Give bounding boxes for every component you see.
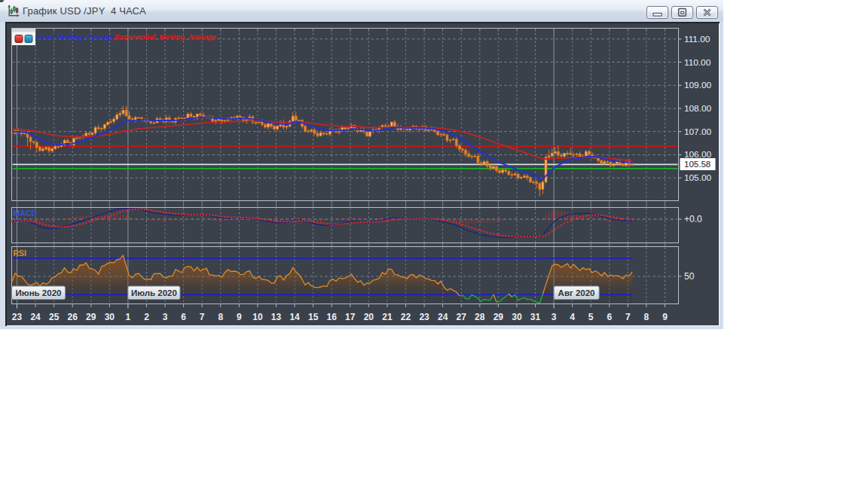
macd-signal-dot bbox=[283, 221, 284, 222]
macd-signal-dot bbox=[397, 218, 399, 220]
macd-signal-dot bbox=[286, 221, 287, 223]
current-price-label: 105.58 bbox=[684, 160, 711, 169]
candle bbox=[366, 132, 368, 136]
macd-signal-dot bbox=[456, 222, 457, 224]
candle bbox=[390, 122, 393, 126]
candle bbox=[607, 162, 609, 163]
macd-signal-dot bbox=[292, 221, 294, 222]
rsi-panel-title: RSI bbox=[14, 249, 27, 258]
macd-signal-dot bbox=[567, 221, 568, 222]
macd-signal-dot bbox=[252, 218, 253, 219]
candle bbox=[91, 133, 93, 135]
macd-signal-dot bbox=[375, 221, 377, 222]
candle bbox=[107, 122, 109, 124]
candle bbox=[427, 130, 429, 131]
candle bbox=[159, 119, 161, 120]
macd-signal-dot bbox=[576, 217, 577, 218]
candle bbox=[187, 114, 189, 118]
candle bbox=[66, 140, 69, 142]
macd-signal-dot bbox=[246, 217, 247, 218]
macd-signal-dot bbox=[607, 215, 608, 217]
macd-signal-dot bbox=[319, 222, 321, 224]
macd-signal-dot bbox=[20, 220, 22, 221]
macd-signal-dot bbox=[453, 221, 454, 223]
macd-signal-dot bbox=[261, 218, 263, 220]
day-label: 24 bbox=[30, 312, 41, 322]
candle bbox=[585, 151, 587, 157]
macd-signal-dot bbox=[409, 218, 411, 220]
candle bbox=[393, 122, 396, 127]
macd-signal-dot bbox=[29, 221, 31, 222]
macd-signal-dot bbox=[17, 221, 19, 222]
candle bbox=[440, 134, 442, 135]
month-label: Авг 2020 bbox=[558, 288, 595, 297]
macd-panel-border bbox=[12, 208, 679, 243]
minimize-button[interactable] bbox=[646, 6, 668, 19]
candle bbox=[45, 148, 47, 149]
macd-signal-dot bbox=[144, 209, 145, 210]
day-label: 29 bbox=[86, 312, 96, 322]
rsi-axis-label: 50 bbox=[684, 271, 695, 282]
candle bbox=[610, 163, 612, 166]
macd-signal-dot bbox=[36, 221, 38, 223]
macd-signal-dot bbox=[428, 218, 429, 220]
candle bbox=[573, 154, 575, 155]
candle bbox=[526, 176, 528, 178]
macd-signal-dot bbox=[79, 224, 81, 225]
window-titlebar[interactable]: График USD /JPY 4 ЧАСА bbox=[0, 0, 723, 22]
price-panel-border bbox=[12, 29, 679, 201]
candle bbox=[119, 114, 121, 115]
macd-signal-dot bbox=[215, 215, 216, 216]
macd-signal-dot bbox=[440, 219, 442, 221]
macd-signal-dot bbox=[64, 226, 66, 227]
macd-signal-dot bbox=[496, 233, 497, 235]
candle bbox=[122, 110, 124, 113]
macd-signal-dot bbox=[406, 218, 408, 220]
month-label: Июль 2020 bbox=[131, 288, 177, 297]
macd-signal-dot bbox=[249, 217, 250, 218]
candle bbox=[570, 153, 572, 154]
day-label: 20 bbox=[364, 312, 374, 322]
day-label: 25 bbox=[49, 312, 60, 322]
macd-signal-dot bbox=[206, 214, 207, 215]
candle bbox=[483, 162, 485, 164]
close-button[interactable] bbox=[696, 6, 718, 19]
macd-signal-dot bbox=[212, 215, 213, 216]
macd-signal-dot bbox=[26, 221, 28, 222]
macd-signal-dot bbox=[459, 223, 460, 224]
macd-signal-dot bbox=[490, 233, 491, 234]
candle bbox=[38, 147, 41, 151]
macd-signal-dot bbox=[313, 221, 315, 223]
macd-signal-dot bbox=[163, 212, 164, 213]
legend-red-button[interactable] bbox=[15, 35, 23, 43]
maximize-icon bbox=[672, 7, 692, 18]
macd-signal-dot bbox=[610, 216, 611, 218]
maximize-button[interactable] bbox=[671, 6, 693, 19]
macd-signal-dot bbox=[304, 220, 306, 221]
macd-signal-dot bbox=[341, 223, 343, 224]
macd-signal-dot bbox=[446, 220, 448, 221]
candle bbox=[125, 110, 127, 115]
price-chart[interactable]: Июнь 2020Июль 2020Авг 2020111.00110.0010… bbox=[6, 23, 719, 325]
macd-signal-dot bbox=[57, 226, 59, 227]
macd-signal-dot bbox=[194, 214, 195, 215]
macd-signal-dot bbox=[153, 210, 154, 212]
macd-signal-dot bbox=[132, 209, 133, 210]
macd-signal-dot bbox=[289, 221, 290, 223]
candle bbox=[100, 128, 102, 129]
candle bbox=[85, 133, 87, 136]
candle bbox=[604, 162, 606, 164]
macd-signal-dot bbox=[344, 223, 346, 224]
macd-signal-dot bbox=[175, 213, 176, 215]
candle bbox=[128, 116, 130, 119]
macd-signal-dot bbox=[527, 236, 528, 237]
macd-signal-dot bbox=[166, 212, 167, 213]
legend-blue-button[interactable] bbox=[25, 35, 32, 43]
macd-signal-dot bbox=[555, 229, 556, 230]
macd-signal-dot bbox=[307, 221, 309, 222]
macd-signal-dot bbox=[240, 217, 241, 218]
candle bbox=[32, 142, 35, 142]
day-label: 30 bbox=[512, 312, 522, 322]
macd-signal-dot bbox=[384, 220, 386, 221]
candle bbox=[471, 156, 473, 157]
